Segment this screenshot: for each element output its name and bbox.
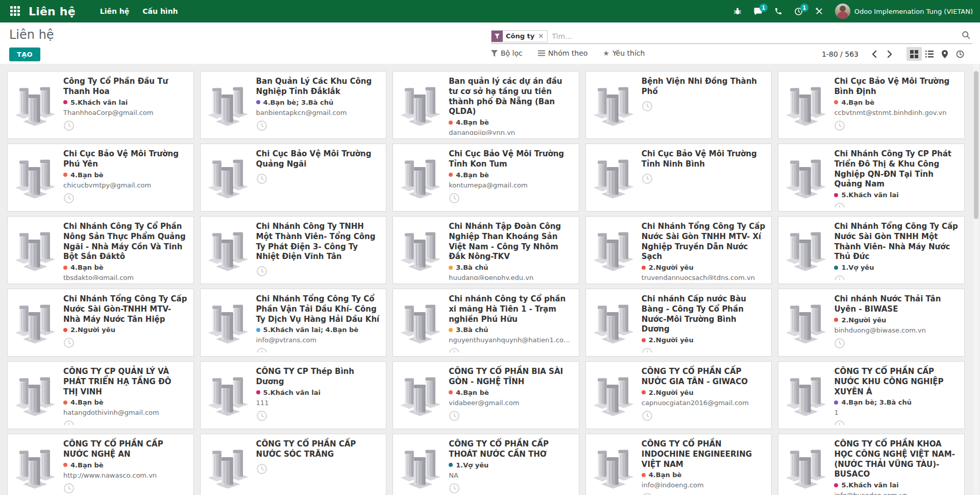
- tag-color-dot: [834, 400, 838, 405]
- contact-name: CÔNG TY CỔ PHẦN BIA SÀI GÒN - NGHỆ TĨNH: [449, 367, 573, 387]
- activity-clock-icon[interactable]: [256, 120, 267, 131]
- contact-name: Chi nhánh Cấp nước Bàu Bàng - Công Ty Cổ…: [642, 294, 766, 335]
- contact-card[interactable]: Chi Nhánh Công Ty TNHH Một Thành Viên- T…: [200, 216, 387, 284]
- contact-card[interactable]: CÔNG TY CỔ PHẦN CẤP THOÁT NƯỚC CẦN THƠ1.…: [393, 434, 579, 495]
- buildings-placeholder-icon: [783, 228, 827, 273]
- activity-clock-icon[interactable]: [642, 410, 653, 421]
- map-view-icon[interactable]: [937, 47, 952, 61]
- search-icon[interactable]: [962, 31, 970, 41]
- kanban-view: Công Ty Cổ Phần Đầu Tư Thanh Hoa5.Khách …: [0, 64, 980, 495]
- search-bar[interactable]: Công ty ✕: [491, 29, 972, 44]
- tag-color-dot: [63, 100, 67, 104]
- contact-card[interactable]: CÔNG TY CỔ PHẦN CẤP NƯỚC GIA TÂN - GIWAC…: [585, 361, 772, 429]
- contact-card[interactable]: Chi nhánh Công ty Cổ phần xi măng Hà Tiê…: [393, 289, 579, 357]
- scrollbar-thumb[interactable]: [974, 71, 978, 219]
- contact-tags: 3.Bà chủ: [449, 264, 573, 271]
- activity-clock-icon[interactable]: [642, 492, 653, 495]
- contact-card[interactable]: Chi nhánh Nước Thải Tân Uyên - BIWASE2.N…: [778, 289, 965, 357]
- company-image: [590, 220, 636, 280]
- contact-tags: 3.Bà chủ: [449, 326, 573, 334]
- contact-card[interactable]: Chi Nhánh Công Ty Cổ Phần Nông Sản Thực …: [7, 216, 194, 284]
- activity-clock-icon[interactable]: [834, 420, 845, 425]
- contact-card[interactable]: Bệnh Viện Nhi Đồng Thành Phố: [585, 71, 772, 139]
- user-name[interactable]: Odoo Implemenation Tung (VIETAN): [854, 8, 973, 15]
- company-image: [204, 148, 251, 207]
- menu-lien-he[interactable]: Liên hệ: [100, 7, 130, 15]
- contact-card[interactable]: Chi Cục Bảo Vệ Môi Trường Quảng Ngãi: [200, 144, 387, 211]
- search-facet-label: Công ty: [503, 32, 537, 40]
- activity-clock-icon[interactable]: [63, 193, 75, 204]
- activity-clock-icon[interactable]: [449, 483, 460, 494]
- contact-email: ThanhhoaCorp@gmail.com: [63, 109, 188, 116]
- apps-menu-icon[interactable]: [10, 6, 20, 16]
- contact-card[interactable]: CÔNG TY CỔ PHẦN CẤP NƯỚC KHU CÔNG NGHIỆP…: [778, 361, 965, 429]
- activity-clock-icon[interactable]: [642, 347, 653, 352]
- contact-card[interactable]: Ban Quản Lý Các Khu Công Nghiệp Tỉnh Đắk…: [200, 71, 387, 139]
- contact-card[interactable]: Chi Cục Bảo Vệ Môi Trường Tỉnh Ninh Bình: [585, 144, 772, 211]
- tag-label: 2.Người yêu: [841, 316, 886, 324]
- phone-icon[interactable]: [770, 3, 787, 20]
- filters-button[interactable]: Bộ lọc: [491, 49, 523, 57]
- contact-name: Chi Nhánh Tổng Công Ty Cấp Nước Sài Gòn …: [834, 222, 959, 262]
- activity-clock-icon[interactable]: [834, 120, 845, 131]
- activity-view-icon[interactable]: [952, 47, 968, 61]
- contact-card[interactable]: Chi Nhánh Tổng Công Ty Cấp Nước Sài Gòn-…: [7, 289, 194, 357]
- favorites-button[interactable]: ★ Yêu thích: [603, 49, 645, 57]
- pager-next-icon[interactable]: [882, 48, 897, 61]
- contact-card[interactable]: CÔNG TY CỔ PHẦN KHOA HỌC CÔNG NGHỆ VIỆT …: [778, 434, 965, 495]
- tag-label: 1.Vợ yêu: [456, 461, 488, 469]
- activity-clock-icon[interactable]: [63, 483, 75, 494]
- search-input[interactable]: [552, 32, 962, 40]
- debug-bug-icon[interactable]: [729, 3, 746, 20]
- activity-clock-icon[interactable]: [642, 173, 653, 184]
- facet-close-icon[interactable]: ✕: [537, 32, 547, 40]
- contact-card[interactable]: CÔNG TY CỔ PHẦN BIA SÀI GÒN - NGHỆ TĨNH4…: [393, 361, 579, 429]
- activity-clock-icon[interactable]: [449, 410, 460, 421]
- user-avatar[interactable]: [835, 4, 850, 19]
- activity-clock-icon[interactable]: [449, 193, 460, 204]
- activity-clock-icon[interactable]: [63, 337, 75, 348]
- contact-card[interactable]: Chi Nhánh Tổng Công Ty Cấp Nước Sài Gòn …: [778, 216, 965, 284]
- contact-card[interactable]: CÔNG TY CỔ PHẦN INDOCHINE ENGINEERING VI…: [585, 434, 772, 495]
- activity-clock-icon[interactable]: [449, 347, 460, 352]
- activity-clock-icon[interactable]: [834, 275, 845, 280]
- kanban-view-icon[interactable]: [906, 47, 922, 61]
- activity-clock-icon[interactable]: [256, 463, 267, 475]
- activity-clock-icon[interactable]: [834, 202, 845, 207]
- card-badges-row: [256, 347, 381, 352]
- contact-card[interactable]: Chi Nhánh Công Ty CP Phát Triển Đô Thị &…: [778, 144, 965, 211]
- activity-clock-icon[interactable]: [63, 120, 75, 131]
- activity-clock-icon[interactable]: [256, 266, 267, 277]
- menu-cau-hinh[interactable]: Cấu hình: [142, 7, 178, 15]
- create-button[interactable]: TẠO: [9, 48, 40, 61]
- contact-card[interactable]: Chi Nhánh Tập Đoàn Công Nghiệp Than Khoá…: [393, 216, 579, 284]
- contact-card[interactable]: Chi Cục Bảo Vệ Môi Trường Phú Yên4.Bạn b…: [7, 144, 194, 211]
- company-image: [204, 365, 251, 425]
- contact-card[interactable]: CÔNG TY CỔ PHẦN CẤP NƯỚC SÓC TRĂNG: [200, 434, 387, 495]
- contact-card[interactable]: CÔNG TY CP Thép Bình Dương5.Khách vãn la…: [200, 361, 387, 429]
- contact-card[interactable]: CÔNG TY CỔ PHẦN CẤP NƯỚC NGHỆ AN4.Bạn bè…: [7, 434, 194, 495]
- tag-color-dot: [63, 266, 67, 270]
- activities-icon[interactable]: 1: [790, 3, 807, 20]
- activity-clock-icon[interactable]: [834, 338, 845, 349]
- activity-clock-icon[interactable]: [256, 173, 267, 184]
- pager-previous-icon[interactable]: [867, 48, 882, 61]
- tools-icon[interactable]: [811, 3, 828, 20]
- contact-name: Chi nhánh Công ty Cổ phần xi măng Hà Tiê…: [449, 294, 573, 324]
- activity-clock-icon[interactable]: [256, 410, 267, 421]
- group-by-button[interactable]: Nhóm theo: [538, 49, 588, 57]
- activity-clock-icon[interactable]: [642, 101, 653, 112]
- activity-clock-icon[interactable]: [256, 347, 267, 352]
- activity-clock-icon[interactable]: [63, 420, 75, 425]
- contact-card[interactable]: Chi Nhánh Tổng Công Ty Cấp Nước Sài Gòn …: [585, 216, 772, 284]
- contact-card[interactable]: Chi nhánh Cấp nước Bàu Bàng - Công Ty Cổ…: [585, 289, 772, 357]
- contact-card[interactable]: Chi Cục Bảo Vệ Môi Trường Tỉnh Kon Tum4.…: [393, 144, 579, 211]
- messages-icon[interactable]: 1: [749, 3, 767, 20]
- contact-card[interactable]: Chi Cục Bảo Vệ Môi Trường Bình Định4.Bạn…: [778, 71, 965, 139]
- contact-card[interactable]: Công Ty Cổ Phần Đầu Tư Thanh Hoa5.Khách …: [7, 71, 194, 139]
- contact-card[interactable]: CÔNG TY CP QUẢN LÝ VÀ PHÁT TRIỂN HẠ TẦNG…: [7, 361, 194, 429]
- contact-card[interactable]: Ban quản lý các dự án đầu tư cơ sở hạ tầ…: [393, 71, 579, 139]
- contact-card[interactable]: Chi Nhánh Tổng Công Ty Cổ Phần Vận Tải D…: [200, 289, 387, 357]
- list-view-icon[interactable]: [922, 47, 937, 61]
- contact-tags: 4.Bạn bè: [63, 461, 188, 469]
